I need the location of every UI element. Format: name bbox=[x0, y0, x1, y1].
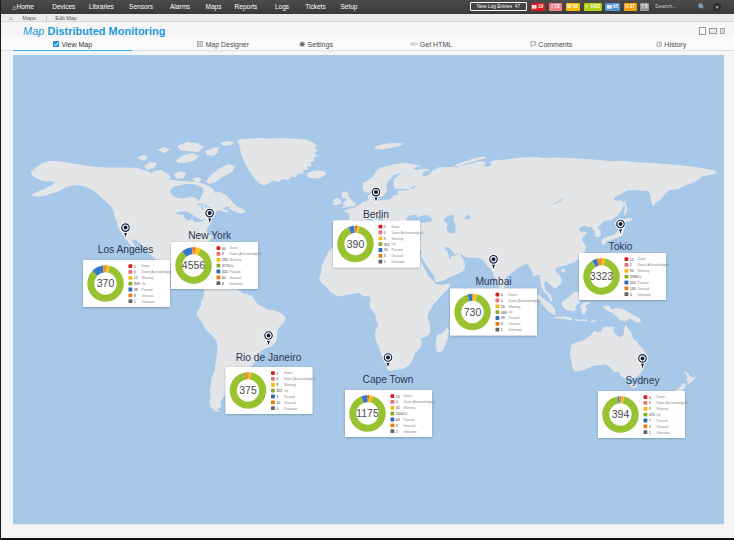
svg-text:0: 0 bbox=[384, 231, 386, 235]
svg-text:4: 4 bbox=[630, 293, 632, 297]
svg-text:Berlin: Berlin bbox=[363, 209, 389, 220]
svg-text:5: 5 bbox=[384, 225, 386, 229]
svg-text:3: 3 bbox=[396, 424, 398, 428]
svg-text:38: 38 bbox=[134, 288, 138, 292]
svg-text:4556: 4556 bbox=[182, 259, 206, 271]
svg-text:3323: 3323 bbox=[590, 270, 614, 282]
svg-text:3: 3 bbox=[384, 254, 386, 258]
svg-text:1: 1 bbox=[501, 328, 503, 332]
svg-text:2: 2 bbox=[630, 263, 632, 267]
svg-text:7: 7 bbox=[649, 419, 651, 423]
svg-text:130: 130 bbox=[630, 287, 636, 291]
svg-text:150: 150 bbox=[630, 281, 636, 285]
svg-text:Rio de Janeiro: Rio de Janeiro bbox=[236, 352, 302, 363]
svg-text:Up: Up bbox=[392, 242, 396, 246]
svg-text:352: 352 bbox=[276, 389, 282, 393]
svg-text:Down: Down bbox=[638, 257, 646, 261]
svg-text:352: 352 bbox=[384, 243, 390, 247]
svg-text:Los Angeles: Los Angeles bbox=[98, 244, 154, 255]
svg-text:420: 420 bbox=[222, 270, 228, 274]
svg-text:26: 26 bbox=[501, 305, 505, 309]
svg-text:Warning: Warning bbox=[509, 305, 521, 309]
svg-text:10: 10 bbox=[276, 401, 280, 405]
svg-text:390: 390 bbox=[347, 238, 365, 250]
svg-text:Down: Down bbox=[142, 264, 150, 268]
svg-text:Warning: Warning bbox=[657, 407, 669, 411]
svg-text:Paused: Paused bbox=[230, 270, 241, 274]
svg-text:9: 9 bbox=[384, 237, 386, 241]
svg-text:394: 394 bbox=[612, 408, 630, 420]
svg-text:0: 0 bbox=[276, 407, 278, 411]
svg-text:Down: Down bbox=[230, 246, 238, 250]
svg-text:Down (Acknowledged): Down (Acknowledged) bbox=[230, 252, 262, 256]
svg-text:Unusual: Unusual bbox=[230, 276, 242, 280]
svg-text:2: 2 bbox=[396, 430, 398, 434]
svg-text:15: 15 bbox=[396, 395, 400, 399]
svg-text:3: 3 bbox=[276, 395, 278, 399]
svg-text:60: 60 bbox=[222, 276, 226, 280]
svg-text:Unknown: Unknown bbox=[404, 430, 418, 434]
svg-text:370: 370 bbox=[649, 413, 655, 417]
svg-text:0: 0 bbox=[501, 299, 503, 303]
svg-text:Unusual: Unusual bbox=[142, 294, 154, 298]
svg-text:2: 2 bbox=[134, 265, 136, 269]
svg-text:Up: Up bbox=[509, 310, 513, 314]
svg-text:Warning: Warning bbox=[230, 258, 242, 262]
svg-text:Down (Acknowledged): Down (Acknowledged) bbox=[284, 377, 316, 381]
svg-text:Paused: Paused bbox=[404, 418, 415, 422]
svg-text:Down (Acknowledged): Down (Acknowledged) bbox=[404, 400, 436, 404]
svg-text:Unknown: Unknown bbox=[142, 300, 156, 304]
svg-text:12: 12 bbox=[134, 276, 138, 280]
svg-text:Down: Down bbox=[404, 394, 412, 398]
svg-text:Down (Acknowledged): Down (Acknowledged) bbox=[142, 270, 174, 274]
svg-text:1: 1 bbox=[384, 260, 386, 264]
svg-text:Warning: Warning bbox=[638, 269, 650, 273]
svg-text:Paused: Paused bbox=[657, 419, 668, 423]
svg-text:3: 3 bbox=[649, 425, 651, 429]
svg-text:Unknown: Unknown bbox=[638, 293, 652, 297]
svg-text:Warning: Warning bbox=[284, 383, 296, 387]
svg-text:Unusual: Unusual bbox=[404, 424, 416, 428]
svg-text:2: 2 bbox=[276, 372, 278, 376]
svg-text:45: 45 bbox=[396, 406, 400, 410]
svg-text:Down (Acknowledged): Down (Acknowledged) bbox=[392, 231, 424, 235]
svg-text:4: 4 bbox=[649, 396, 651, 400]
svg-text:375: 375 bbox=[239, 384, 257, 396]
svg-text:Up: Up bbox=[657, 413, 661, 417]
svg-text:Sydney: Sydney bbox=[626, 375, 661, 386]
svg-text:Down: Down bbox=[392, 225, 400, 229]
svg-text:Unknown: Unknown bbox=[284, 407, 298, 411]
svg-text:4: 4 bbox=[501, 293, 503, 297]
svg-text:Paused: Paused bbox=[638, 281, 649, 285]
svg-text:12: 12 bbox=[630, 258, 634, 262]
svg-text:Unknown: Unknown bbox=[230, 282, 244, 286]
svg-text:0: 0 bbox=[134, 270, 136, 274]
svg-text:95: 95 bbox=[630, 269, 634, 273]
svg-text:Down: Down bbox=[509, 293, 517, 297]
svg-text:28: 28 bbox=[501, 316, 505, 320]
svg-text:3: 3 bbox=[501, 322, 503, 326]
svg-text:Unusual: Unusual bbox=[284, 401, 296, 405]
svg-text:Down (Acknowledged): Down (Acknowledged) bbox=[638, 263, 670, 267]
svg-text:60: 60 bbox=[396, 418, 400, 422]
svg-text:8: 8 bbox=[276, 383, 278, 387]
svg-text:Down (Acknowledged): Down (Acknowledged) bbox=[657, 401, 689, 405]
svg-text:1: 1 bbox=[649, 431, 651, 435]
svg-text:Paused: Paused bbox=[284, 395, 295, 399]
svg-text:Up: Up bbox=[142, 282, 146, 286]
svg-text:8: 8 bbox=[134, 294, 136, 298]
svg-text:0: 0 bbox=[276, 377, 278, 381]
svg-text:Warning: Warning bbox=[142, 276, 154, 280]
svg-text:Up: Up bbox=[638, 275, 642, 279]
svg-text:20: 20 bbox=[384, 248, 388, 252]
svg-text:Unknown: Unknown bbox=[657, 431, 671, 435]
svg-text:Unknown: Unknown bbox=[392, 260, 406, 264]
svg-text:Unusual: Unusual bbox=[638, 287, 650, 291]
svg-text:Unusual: Unusual bbox=[392, 254, 404, 258]
svg-text:Paused: Paused bbox=[142, 288, 153, 292]
svg-text:668: 668 bbox=[501, 311, 507, 315]
svg-text:3770: 3770 bbox=[222, 264, 230, 268]
svg-text:0: 0 bbox=[396, 400, 398, 404]
svg-text:Up: Up bbox=[284, 389, 288, 393]
svg-text:8: 8 bbox=[222, 252, 224, 256]
